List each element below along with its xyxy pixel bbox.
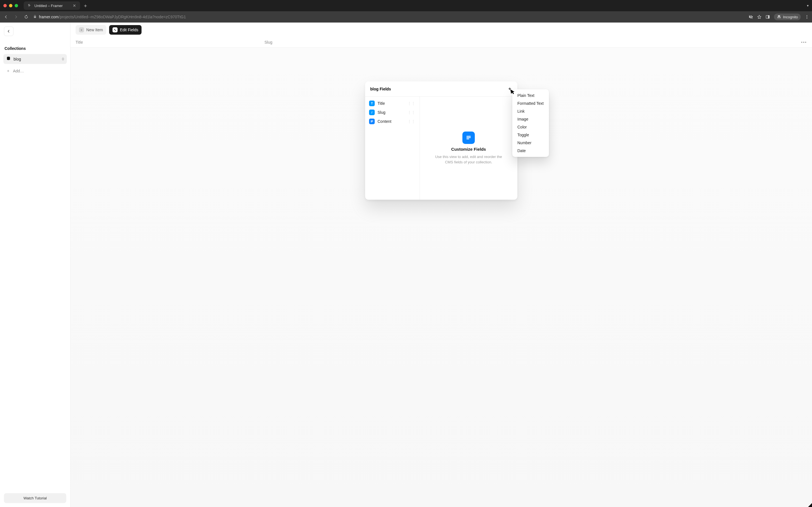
table-header: Title Slug ••• — [70, 37, 812, 48]
panel-icon[interactable] — [765, 15, 770, 19]
plus-icon: ＋ — [79, 27, 84, 33]
field-row-slug[interactable]: / Slug ⋮⋮ — [365, 108, 419, 117]
canvas: blog Fields ＋ T Title ⋮⋮ / Slug ⋮⋮ — [70, 48, 812, 507]
tab-favicon — [28, 4, 32, 8]
nav-forward-button[interactable] — [13, 14, 19, 20]
drag-handle-icon[interactable]: ⋮⋮ — [408, 119, 416, 123]
drag-handle-icon[interactable]: ⋮⋮ — [408, 110, 416, 114]
field-type-option[interactable]: Color — [512, 123, 549, 131]
edit-fields-button[interactable]: Edit Fields — [109, 25, 142, 35]
table-more-button[interactable]: ••• — [801, 40, 807, 45]
slug-icon: / — [369, 110, 375, 115]
kebab-menu-button[interactable] — [805, 15, 809, 19]
add-collection-label: Add… — [13, 69, 24, 73]
new-item-button[interactable]: ＋ New Item — [75, 25, 106, 35]
svg-point-5 — [7, 57, 10, 58]
field-type-option[interactable]: Image — [512, 115, 549, 123]
column-header-slug[interactable]: Slug — [264, 40, 801, 45]
tab-title: Untitled – Framer — [35, 4, 63, 8]
window-close-button[interactable] — [3, 4, 7, 7]
svg-point-3 — [807, 17, 808, 17]
browser-tab[interactable]: Untitled – Framer ✕ — [24, 1, 80, 10]
window-minimize-button[interactable] — [9, 4, 12, 7]
field-type-option[interactable]: Formatted Text — [512, 100, 549, 107]
fields-panel: blog Fields ＋ T Title ⋮⋮ / Slug ⋮⋮ — [365, 81, 517, 200]
collection-item-count: 0 — [62, 57, 64, 61]
content-icon — [369, 119, 375, 124]
field-list: T Title ⋮⋮ / Slug ⋮⋮ — [365, 97, 420, 200]
field-type-dropdown: Plain Text Formatted Text Link Image Col… — [512, 89, 549, 157]
watch-tutorial-button[interactable]: Watch Tutorial — [4, 493, 66, 503]
tab-close-button[interactable]: ✕ — [73, 3, 76, 8]
url-path: /projects/Untitled--mZ98oDWaPJyDRgKHm9n8… — [59, 15, 186, 19]
svg-point-2 — [807, 15, 808, 16]
collection-topbar: ＋ New Item Edit Fields — [70, 22, 812, 37]
incognito-label: Incognito — [783, 15, 798, 19]
field-type-option[interactable]: Date — [512, 147, 549, 155]
text-icon: T — [369, 101, 375, 106]
fields-panel-title: blog Fields — [370, 87, 391, 91]
browser-toolbar: framer.com/projects/Untitled--mZ98oDWaPJ… — [0, 11, 812, 22]
collection-item-label: blog — [13, 57, 21, 61]
star-icon[interactable] — [757, 15, 762, 19]
eye-off-icon[interactable] — [749, 15, 753, 19]
sidebar-back-button[interactable] — [4, 26, 13, 36]
window-menu-chevron[interactable]: ▾ — [807, 4, 809, 8]
collection-item-blog[interactable]: blog 0 — [3, 54, 67, 64]
svg-point-4 — [807, 18, 808, 18]
field-type-option[interactable]: Plain Text — [512, 92, 549, 100]
field-type-option[interactable]: Link — [512, 107, 549, 115]
fields-empty-state: Customize Fields Use this view to add, e… — [420, 97, 517, 200]
sidebar: Collections blog 0 ＋ Add… Watch Tutorial — [0, 22, 70, 507]
lock-icon — [33, 15, 37, 19]
svg-rect-1 — [768, 15, 769, 18]
fields-illustration-icon — [462, 131, 475, 144]
nav-reload-button[interactable] — [23, 14, 29, 20]
drag-handle-icon[interactable]: ⋮⋮ — [408, 101, 416, 105]
nav-back-button[interactable] — [3, 14, 9, 20]
plus-icon: ＋ — [6, 68, 10, 73]
address-bar[interactable]: framer.com/projects/Untitled--mZ98oDWaPJ… — [33, 15, 745, 19]
field-row-title[interactable]: T Title ⋮⋮ — [365, 99, 419, 108]
field-type-option[interactable]: Number — [512, 139, 549, 147]
window-zoom-button[interactable] — [15, 4, 18, 7]
empty-heading: Customize Fields — [451, 147, 486, 152]
empty-body: Use this view to add, edit and reorder t… — [431, 154, 506, 165]
traffic-lights — [3, 4, 18, 7]
database-icon — [6, 56, 11, 62]
incognito-badge[interactable]: Incognito — [774, 13, 801, 20]
window-titlebar: Untitled – Framer ✕ ＋ ▾ — [0, 0, 812, 11]
field-row-content[interactable]: Content ⋮⋮ — [365, 117, 419, 126]
field-type-option[interactable]: Toggle — [512, 131, 549, 139]
url-host: framer.com — [39, 15, 59, 19]
resize-corner-icon[interactable] — [808, 503, 812, 507]
new-tab-button[interactable]: ＋ — [83, 2, 88, 9]
add-collection-button[interactable]: ＋ Add… — [3, 66, 67, 76]
column-header-title[interactable]: Title — [75, 40, 264, 45]
expand-icon — [112, 27, 117, 33]
collections-heading: Collections — [0, 40, 70, 53]
